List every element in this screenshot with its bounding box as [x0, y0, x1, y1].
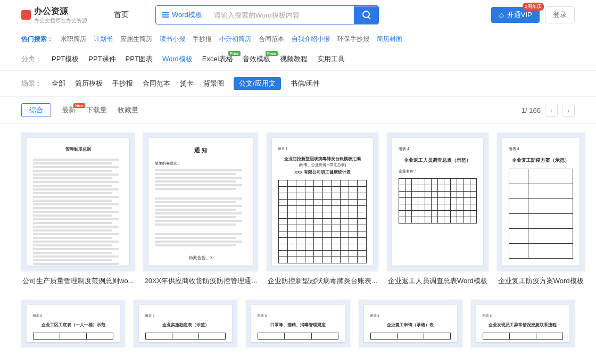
logo[interactable]: 办公资源 办公文档尽在办公资源: [21, 6, 87, 24]
hot-search-item[interactable]: 读书小报: [160, 35, 185, 44]
sort-item[interactable]: 最新New: [62, 105, 76, 115]
hot-label: 热门搜索：: [21, 35, 53, 44]
template-thumbnail: 通 知敬肇的各位女:特此告告。XXX!: [143, 133, 258, 271]
template-card[interactable]: 附表 5口罩等、酒精、消毒管理规定: [246, 300, 350, 348]
scene-filter: 场景： 全部简历模板手抄报合同范本贺卡背景图公文/应用文书信/函件: [0, 71, 596, 97]
template-grid: 管理制度总则公司生产质量管理制度范例总则wo...通 知敬肇的各位女:特此告告。…: [0, 124, 596, 300]
menu-icon: [162, 12, 169, 18]
scene-label: 场景：: [21, 79, 42, 88]
template-thumbnail: 附表 5企业工区工底表（一人一档）示范: [21, 300, 125, 348]
category-item[interactable]: Excel表格Free: [202, 54, 233, 64]
logo-subtitle: 办公文档尽在办公资源: [34, 17, 87, 24]
scene-item[interactable]: 背景图: [203, 79, 224, 88]
category-item[interactable]: 实用工具: [317, 54, 345, 64]
category-item[interactable]: PPT模板: [52, 54, 79, 64]
category-item[interactable]: 视频教程: [280, 54, 308, 64]
template-card[interactable]: 管理制度总则公司生产质量管理制度范例总则wo...: [21, 133, 135, 291]
hot-search-item[interactable]: 求职简历: [61, 35, 86, 44]
page-current: 1: [522, 106, 525, 114]
vip-button[interactable]: ◇ 开通VIP 2周年庆: [491, 7, 540, 23]
search-category[interactable]: Word模板: [156, 6, 209, 24]
hot-search-item[interactable]: 小升初简历: [219, 35, 251, 44]
category-filter: 分类： PPT模板PPT课件PPT图表Word模板Excel表格Free音效模板…: [0, 48, 596, 71]
hot-search-item[interactable]: 手抄报: [193, 35, 212, 44]
template-card[interactable]: 附表 4企业复工防疫方案（示范）企业复工防疫方案Word模板: [497, 133, 585, 291]
sort-row: 综合最新New下载量收藏量 1/ 166 ‹ ›: [0, 97, 596, 124]
badge: New: [73, 103, 85, 108]
vip-badge: 2周年庆: [523, 3, 544, 11]
template-card[interactable]: 附表 5企业实施勘定表（示范）: [134, 300, 237, 348]
badge: Free: [266, 51, 277, 56]
template-card[interactable]: 通 知敬肇的各位女:特此告告。XXX!20XX年供应商收货防疫防控管理通...: [143, 133, 258, 291]
search-category-label: Word模板: [172, 10, 202, 20]
hot-search-item[interactable]: 自我介绍小报: [292, 35, 330, 44]
login-button[interactable]: 登录: [545, 6, 575, 23]
logo-text: 办公资源: [34, 6, 87, 17]
category-item[interactable]: PPT课件: [88, 54, 115, 64]
nav-home[interactable]: 首页: [114, 10, 129, 20]
template-card[interactable]: 附表 1企业防控新型冠状病毒肺炎台账模板汇编(附表、企业疫情日常汇总表)XXX …: [267, 133, 378, 291]
template-card[interactable]: 附表 5企业工区工底表（一人一档）示范: [21, 300, 125, 348]
hot-search-item[interactable]: 环保手抄报: [337, 35, 369, 44]
template-title: 20XX年供应商收货防疫防控管理通...: [143, 271, 258, 291]
template-thumbnail: 附表 5企业发现员工异常情况应急联系流程: [471, 300, 575, 348]
template-grid-row2: 附表 5企业工区工底表（一人一档）示范附表 5企业实施勘定表（示范）附表 5口罩…: [0, 300, 596, 348]
hot-search-item[interactable]: 应届生简历: [120, 35, 152, 44]
hot-search: 热门搜索： 求职简历计划书应届生简历读书小报手抄报小升初简历合同范本自我介绍小报…: [0, 30, 596, 48]
pager: 1/ 166 ‹ ›: [522, 104, 575, 117]
next-page-button[interactable]: ›: [562, 104, 575, 117]
template-card[interactable]: 附表 4企业返工人员调查总表（示范）企业名称：企业返工人员调查总表Word模板: [387, 133, 489, 291]
logo-icon: [21, 10, 31, 20]
search-input[interactable]: [209, 7, 354, 23]
scene-item[interactable]: 全部: [52, 79, 65, 88]
scene-item[interactable]: 公文/应用文: [234, 77, 281, 90]
sort-item[interactable]: 综合: [21, 103, 51, 117]
template-title: 公司生产质量管理制度范例总则wo...: [21, 271, 135, 291]
category-item[interactable]: PPT图表: [126, 54, 153, 64]
sort-item[interactable]: 收藏量: [118, 105, 138, 115]
template-thumbnail: 附表 5企业复工申请（承诺）表: [359, 300, 462, 348]
hot-search-item[interactable]: 计划书: [94, 35, 113, 44]
page-total: 166: [529, 106, 541, 114]
template-title: 企业返工人员调查总表Word模板: [387, 271, 489, 291]
search-button[interactable]: [354, 6, 378, 24]
template-card[interactable]: 附表 5企业发现员工异常情况应急联系流程: [471, 300, 575, 348]
scene-item[interactable]: 贺卡: [180, 79, 194, 88]
template-thumbnail: 管理制度总则: [21, 133, 135, 271]
diamond-icon: ◇: [499, 11, 504, 19]
vip-label: 开通VIP: [507, 10, 532, 20]
template-thumbnail: 附表 5企业实施勘定表（示范）: [134, 300, 237, 348]
scene-item[interactable]: 书信/函件: [291, 79, 320, 88]
search-bar: Word模板: [155, 5, 379, 24]
template-title: 企业复工防疫方案Word模板: [497, 271, 585, 291]
hot-search-item[interactable]: 简历封面: [377, 35, 402, 44]
sort-item[interactable]: 下载量: [86, 105, 107, 115]
scene-item[interactable]: 合同范本: [143, 79, 170, 88]
prev-page-button[interactable]: ‹: [545, 104, 558, 117]
template-thumbnail: 附表 1企业防控新型冠状病毒肺炎台账模板汇编(附表、企业疫情日常汇总表)XXX …: [267, 133, 378, 271]
template-title: 企业防控新型冠状病毒肺炎台账表...: [267, 271, 378, 291]
template-thumbnail: 附表 4企业返工人员调查总表（示范）企业名称：: [387, 133, 489, 271]
template-card[interactable]: 附表 5企业复工申请（承诺）表: [359, 300, 462, 348]
category-item[interactable]: 音效模板Free: [243, 54, 270, 64]
badge: Free: [228, 51, 240, 56]
category-item[interactable]: Word模板: [162, 54, 193, 64]
template-thumbnail: 附表 5口罩等、酒精、消毒管理规定: [246, 300, 350, 348]
scene-item[interactable]: 简历模板: [75, 79, 103, 88]
category-label: 分类：: [21, 54, 42, 64]
scene-item[interactable]: 手抄报: [112, 79, 133, 88]
search-icon: [362, 11, 370, 18]
template-thumbnail: 附表 4企业复工防疫方案（示范）: [497, 133, 585, 271]
hot-search-item[interactable]: 合同范本: [259, 35, 284, 44]
